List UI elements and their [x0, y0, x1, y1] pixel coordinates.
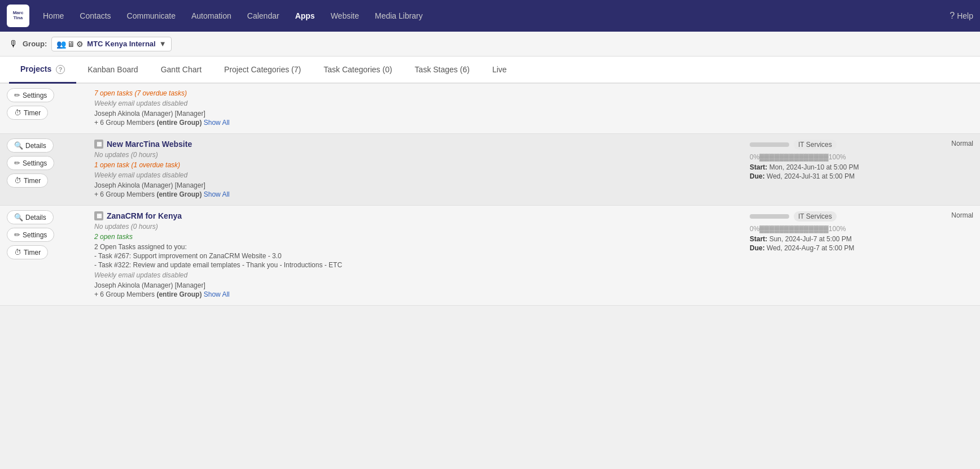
group-name: MTC Kenya Internal	[87, 40, 155, 48]
group-selector[interactable]: 👥 🖥 ⚙ MTC Kenya Internal ▼	[51, 37, 171, 51]
tasks-open-0: 1 open task (1 overdue task)	[94, 161, 736, 169]
project-priority-partial	[935, 84, 980, 133]
nav-media-library[interactable]: Media Library	[368, 8, 430, 24]
tab-task-stages[interactable]: Task Stages (6)	[404, 57, 481, 84]
nav-contacts[interactable]: Contacts	[73, 8, 117, 24]
task-item-0: - Task #267: Support improvement on Zana…	[94, 252, 736, 260]
table-row: 🔍 Details ✏ Settings ⏱ Timer ▦ New MarcT…	[0, 134, 980, 206]
group-label: Group:	[23, 40, 47, 48]
settings-icon: ✏	[14, 91, 20, 99]
manager-partial: Joseph Akinola (Manager) [Manager]	[94, 110, 736, 118]
tab-kanban-board[interactable]: Kanban Board	[76, 57, 150, 84]
timer-button-1[interactable]: ⏱ Timer	[7, 245, 48, 259]
category-badge-1: IT Services	[794, 211, 837, 222]
nav-calendar[interactable]: Calendar	[240, 8, 286, 24]
category-badge-0: IT Services	[794, 140, 837, 150]
timer-icon-1: ⏱	[14, 248, 21, 257]
project-title-1[interactable]: ▦ ZanaCRM for Kenya	[94, 211, 736, 220]
project-actions-0: 🔍 Details ✏ Settings ⏱ Timer	[0, 134, 88, 205]
updates-text-1: No updates (0 hours)	[94, 223, 736, 231]
settings-icon-1: ✏	[14, 231, 20, 239]
show-all-link-partial[interactable]: Show All	[204, 119, 230, 127]
project-priority-1: Normal	[935, 206, 980, 305]
project-icon-0: ▦	[94, 140, 103, 149]
details-icon-0: 🔍	[14, 141, 23, 150]
show-all-link-1[interactable]: Show All	[204, 290, 230, 298]
manager-0: Joseph Akinola (Manager) [Manager]	[94, 181, 736, 189]
project-body-0: ▦ New MarcTina Website No updates (0 hou…	[88, 134, 743, 205]
nav-automation[interactable]: Automation	[185, 8, 238, 24]
project-meta-partial	[743, 84, 935, 133]
table-row: 🔍 Details ✏ Settings ⏱ Timer ▦ ZanaCRM f…	[0, 206, 980, 306]
start-date-0: Start: Mon, 2024-Jun-10 at 5:00 PM	[750, 163, 928, 171]
app-logo[interactable]: Marc Tina	[7, 5, 29, 27]
due-date-1: Due: Wed, 2024-Aug-7 at 5:00 PM	[750, 244, 928, 252]
tasks-open-1: 2 open tasks	[94, 233, 736, 241]
project-actions-partial: ✏ Settings ⏱ Timer	[0, 84, 88, 133]
tab-gantt-chart[interactable]: Gantt Chart	[150, 57, 213, 84]
project-actions-1: 🔍 Details ✏ Settings ⏱ Timer	[0, 206, 88, 305]
project-icon-1: ▦	[94, 211, 103, 220]
members-0: + 6 Group Members (entire Group) Show Al…	[94, 190, 736, 198]
settings-button-1[interactable]: ✏ Settings	[7, 228, 54, 242]
progress-row-0: IT Services	[750, 140, 928, 150]
project-meta-1: IT Services 0%▓▓▓▓▓▓▓▓▓▓▓▓▓▓100% Start: …	[743, 206, 935, 305]
settings-button-partial[interactable]: ✏ Settings	[7, 88, 54, 102]
main-content: ✏ Settings ⏱ Timer 7 open tasks (7 overd…	[0, 84, 980, 468]
progress-row-1: IT Services	[750, 211, 928, 222]
details-button-1[interactable]: 🔍 Details	[7, 210, 54, 224]
members-1: + 6 Group Members (entire Group) Show Al…	[94, 290, 736, 298]
email-updates-0: Weekly email updates disabled	[94, 171, 736, 179]
due-date-0: Due: Wed, 2024-Jul-31 at 5:00 PM	[750, 172, 928, 180]
timer-icon-0: ⏱	[14, 176, 21, 185]
chevron-down-icon: ▼	[159, 40, 167, 48]
project-body-1: ▦ ZanaCRM for Kenya No updates (0 hours)…	[88, 206, 743, 305]
project-body-partial: 7 open tasks (7 overdue tasks) Weekly em…	[88, 84, 743, 133]
members-partial: + 6 Group Members (entire Group) Show Al…	[94, 119, 736, 127]
open-tasks-list-1: 2 Open Tasks assigned to you: - Task #26…	[94, 243, 736, 269]
email-updates-partial: Weekly email updates disabled	[94, 99, 736, 107]
task-item-1: - Task #322: Review and update email tem…	[94, 261, 736, 269]
microphone-icon: 🎙	[9, 39, 18, 49]
table-row: ✏ Settings ⏱ Timer 7 open tasks (7 overd…	[0, 84, 980, 134]
progress-bar-1	[750, 214, 789, 219]
nav-website[interactable]: Website	[324, 8, 366, 24]
projects-help-icon[interactable]: ?	[56, 65, 65, 74]
timer-icon: ⏱	[14, 108, 21, 117]
progress-label-1: 0%▓▓▓▓▓▓▓▓▓▓▓▓▓▓100%	[750, 225, 928, 233]
details-button-0[interactable]: 🔍 Details	[7, 138, 54, 153]
settings-icon-0: ✏	[14, 159, 20, 167]
nav-communicate[interactable]: Communicate	[120, 8, 182, 24]
group-icons: 👥 🖥 ⚙	[56, 40, 84, 49]
manager-1: Joseph Akinola (Manager) [Manager]	[94, 281, 736, 289]
email-updates-1: Weekly email updates disabled	[94, 271, 736, 279]
top-navigation: Marc Tina Home Contacts Communicate Auto…	[0, 0, 980, 32]
project-priority-0: Normal	[935, 134, 980, 205]
sub-navigation: Projects ? Kanban Board Gantt Chart Proj…	[0, 57, 980, 84]
group-bar: 🎙 Group: 👥 🖥 ⚙ MTC Kenya Internal ▼	[0, 32, 980, 57]
progress-bar-0	[750, 142, 789, 147]
details-icon-1: 🔍	[14, 213, 23, 222]
settings-button-0[interactable]: ✏ Settings	[7, 156, 54, 170]
project-title-0[interactable]: ▦ New MarcTina Website	[94, 140, 736, 149]
tab-project-categories[interactable]: Project Categories (7)	[213, 57, 312, 84]
nav-apps[interactable]: Apps	[288, 8, 322, 24]
open-tasks-header-1: 2 Open Tasks assigned to you:	[94, 243, 736, 251]
tasks-open-partial: 7 open tasks (7 overdue tasks)	[94, 89, 736, 97]
updates-text-0: No updates (0 hours)	[94, 151, 736, 159]
nav-home[interactable]: Home	[36, 8, 71, 24]
progress-label-0: 0%▓▓▓▓▓▓▓▓▓▓▓▓▓▓100%	[750, 153, 928, 161]
timer-button-0[interactable]: ⏱ Timer	[7, 173, 48, 188]
start-date-1: Start: Sun, 2024-Jul-7 at 5:00 PM	[750, 235, 928, 243]
tab-live[interactable]: Live	[481, 57, 518, 84]
help-button[interactable]: ? Help	[950, 11, 973, 21]
tab-task-categories[interactable]: Task Categories (0)	[312, 57, 403, 84]
show-all-link-0[interactable]: Show All	[204, 190, 230, 198]
project-meta-0: IT Services 0%▓▓▓▓▓▓▓▓▓▓▓▓▓▓100% Start: …	[743, 134, 935, 205]
tab-projects[interactable]: Projects ?	[9, 57, 76, 84]
timer-button-partial[interactable]: ⏱ Timer	[7, 106, 48, 120]
